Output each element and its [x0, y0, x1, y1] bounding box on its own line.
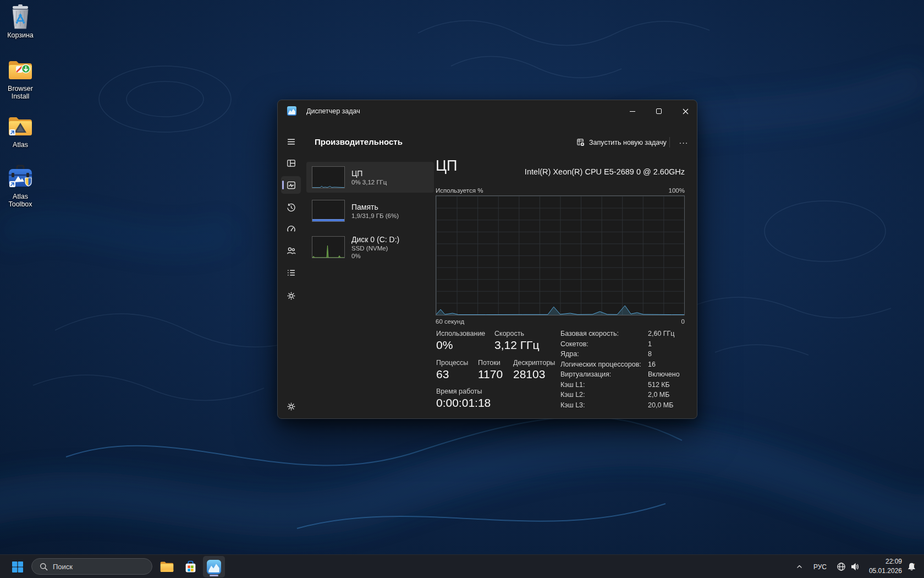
settings-button[interactable] [281, 397, 301, 415]
active-app-indicator [210, 575, 218, 576]
performance-icon [287, 181, 296, 190]
maximize-button[interactable] [646, 100, 672, 122]
windows-logo-icon [12, 561, 24, 573]
svg-text:z: z [913, 563, 915, 566]
taskbar: Поиск [0, 554, 924, 578]
notification-bell-button[interactable]: z [903, 556, 920, 577]
page-title: Производительность [315, 137, 403, 146]
chart-ymax-label: 100% [669, 187, 685, 194]
desktop-icon-label: Atlas [1, 141, 40, 149]
handles-label: Дескрипторы [513, 359, 555, 367]
perf-list-item-disk[interactable]: Диск 0 (C: D:) SSD (NVMe) 0% [306, 231, 434, 263]
volume-icon [850, 562, 860, 571]
title-bar[interactable]: Диспетчер задач [278, 100, 697, 122]
search-placeholder: Поиск [53, 563, 73, 571]
desktop-icon-atlas-toolbox[interactable]: Atlas Toolbox [1, 165, 40, 208]
speed-label: Скорость [494, 330, 524, 337]
recycle-bin-icon [7, 3, 34, 30]
file-explorer-icon [160, 559, 174, 574]
sidebar-item-processes[interactable] [281, 154, 301, 172]
bell-dnd-icon: z [907, 562, 916, 571]
tray-date: 05.01.2026 [861, 566, 902, 576]
sidebar-item-performance[interactable] [281, 176, 301, 194]
speed-value: 3,12 ГГц [494, 339, 539, 352]
details-list-icon [287, 268, 296, 277]
new-task-icon [576, 138, 585, 146]
network-globe-icon [837, 562, 846, 571]
usage-value: 0% [436, 339, 453, 352]
usage-label: Использование [436, 330, 485, 337]
menu-toggle-button[interactable] [281, 133, 301, 150]
threads-label: Потоки [478, 359, 501, 367]
task-manager-icon [207, 560, 221, 574]
tray-chevron-button[interactable] [791, 556, 807, 577]
microsoft-store-icon [184, 560, 197, 574]
desktop: Корзина Browser Install [0, 0, 924, 578]
close-button[interactable] [673, 100, 697, 122]
processes-icon [287, 159, 296, 168]
perf-item-subtitle2: 0% [351, 252, 399, 260]
handles-value: 28103 [513, 368, 545, 381]
services-gear-icon [287, 291, 296, 301]
desktop-icon-browser-install[interactable]: Browser Install [1, 57, 40, 100]
cpu-detail-pane: ЦП Intel(R) Xeon(R) CPU E5-2689 0 @ 2.60… [435, 155, 685, 414]
run-new-task-button[interactable]: Запустить новую задачу [571, 134, 672, 151]
sidebar-item-app-history[interactable] [281, 199, 301, 216]
clock[interactable]: 22:09 05.01.2026 [861, 557, 902, 577]
perf-item-title: ЦП [351, 169, 387, 178]
memory-mini-graph [312, 200, 345, 222]
more-options-button[interactable]: ··· [673, 134, 694, 151]
sidebar-item-details[interactable] [281, 264, 301, 281]
tray-time: 22:09 [861, 557, 902, 566]
chart-xlabel-left: 60 секунд [436, 318, 464, 325]
perf-item-title: Память [351, 203, 399, 212]
perf-item-subtitle: SSD (NVMe) [351, 244, 399, 252]
language-code: РУС [813, 563, 827, 571]
gauge-icon [287, 225, 296, 234]
taskbar-file-explorer-button[interactable] [156, 556, 178, 577]
history-clock-icon [287, 203, 296, 212]
chevron-up-icon [796, 563, 803, 570]
cpu-usage-chart[interactable] [436, 195, 685, 315]
sidebar-item-startup-apps[interactable] [281, 220, 301, 238]
disk-mini-graph [312, 236, 345, 258]
task-manager-app-icon [287, 106, 296, 116]
threads-value: 1170 [478, 368, 503, 381]
task-manager-window: Диспетчер задач [277, 100, 697, 419]
perf-list-item-memory[interactable]: Память 1,9/31,9 ГБ (6%) [306, 197, 434, 225]
desktop-icon-atlas[interactable]: Atlas [1, 113, 40, 149]
uptime-value: 0:00:01:18 [436, 396, 491, 410]
browser-install-folder-icon [7, 57, 34, 83]
sidebar-item-services[interactable] [281, 287, 301, 304]
sidebar-item-users[interactable] [281, 242, 301, 259]
search-icon [40, 563, 48, 571]
chart-xlabel-right: 0 [681, 318, 685, 325]
desktop-icon-recycle-bin[interactable]: Корзина [1, 3, 40, 39]
desktop-icon-label: Корзина [1, 31, 40, 39]
run-new-task-label: Запустить новую задачу [589, 139, 667, 146]
chart-ylabel: Используется % [436, 187, 483, 194]
detail-row: Базовая скорость:2,60 ГГц [560, 330, 685, 340]
detail-row: Кэш L1:512 КБ [560, 381, 685, 391]
atlas-folder-icon [7, 113, 34, 139]
network-volume-button[interactable] [832, 556, 864, 577]
taskbar-task-manager-button[interactable] [203, 556, 225, 577]
perf-item-title: Диск 0 (C: D:) [351, 235, 399, 244]
start-button[interactable] [7, 556, 29, 577]
atlas-toolbox-icon [7, 165, 34, 191]
detail-row: Сокетов:1 [560, 340, 685, 350]
processes-label: Процессы [436, 359, 468, 367]
cpu-heading: ЦП [436, 157, 457, 175]
hamburger-icon [287, 137, 296, 146]
processor-name: Intel(R) Xeon(R) CPU E5-2689 0 @ 2.60GHz [525, 167, 685, 176]
taskbar-store-button[interactable] [179, 556, 201, 577]
minimize-button[interactable] [620, 100, 645, 122]
cpu-usage-line [436, 306, 684, 314]
language-indicator[interactable]: РУС [810, 556, 831, 577]
detail-row: Логических процессоров:16 [560, 361, 685, 370]
search-input[interactable]: Поиск [31, 558, 152, 575]
detail-row: Кэш L2:2,0 МБ [560, 391, 685, 401]
perf-item-subtitle: 0% 3,12 ГГц [351, 178, 387, 186]
window-title: Диспетчер задач [306, 107, 360, 115]
perf-list-item-cpu[interactable]: ЦП 0% 3,12 ГГц [306, 162, 434, 193]
